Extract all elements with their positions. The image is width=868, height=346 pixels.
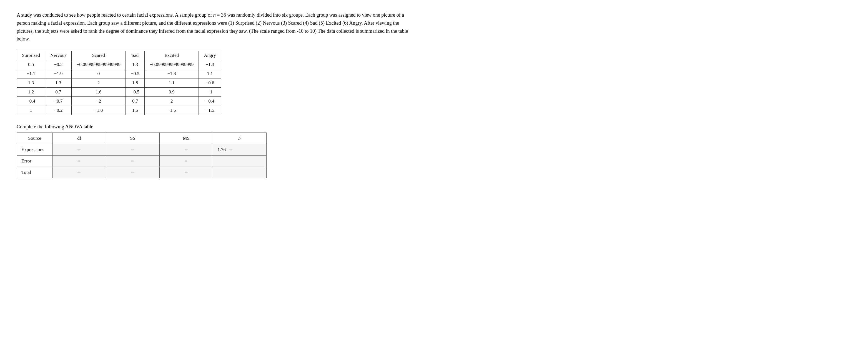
col-header-angry: Angry <box>199 51 221 60</box>
pencil-icon: ✏︎ <box>131 159 134 163</box>
table-cell: 0.7 <box>45 88 72 97</box>
pencil-icon: ✏︎ <box>78 159 81 163</box>
table-cell: −2 <box>71 97 125 106</box>
anova-row: Error✏︎✏︎✏︎ <box>17 155 267 167</box>
anova-header-source: Source <box>17 133 53 144</box>
table-cell: −0.2 <box>45 60 72 69</box>
table-cell: 0.5 <box>17 60 45 69</box>
anova-ss-cell[interactable]: ✏︎ <box>106 155 160 167</box>
table-row: 1−0.2−1.81.5−1.5−1.5 <box>17 106 221 115</box>
table-cell: −1 <box>199 88 221 97</box>
table-row: 1.31.321.81.1−0.6 <box>17 78 221 88</box>
table-cell: −1.8 <box>145 69 198 78</box>
pencil-icon: ✏︎ <box>185 171 188 175</box>
table-cell: 0.9 <box>145 88 198 97</box>
pencil-icon: ✏︎ <box>78 148 81 152</box>
anova-df-cell[interactable]: ✏︎ <box>53 167 106 178</box>
table-cell: −1.3 <box>199 60 221 69</box>
anova-source-cell: Error <box>17 155 53 167</box>
table-cell: −0.5 <box>126 88 145 97</box>
table-cell: 1.5 <box>126 106 145 115</box>
table-cell: −0.2 <box>45 106 72 115</box>
table-row: 1.20.71.6−0.50.9−1 <box>17 88 221 97</box>
table-cell: 1.8 <box>126 78 145 88</box>
table-cell: 1.1 <box>199 69 221 78</box>
anova-ms-cell[interactable]: ✏︎ <box>159 144 213 155</box>
anova-header-ss: SS <box>106 133 160 144</box>
anova-row: Expressions✏︎✏︎✏︎1.76 ✏︎ <box>17 144 267 155</box>
pencil-icon: ✏︎ <box>185 159 188 163</box>
table-row: −0.4−0.7−20.72−0.4 <box>17 97 221 106</box>
anova-f-cell[interactable]: 1.76 ✏︎ <box>213 144 267 155</box>
pencil-icon: ✏︎ <box>78 171 81 175</box>
anova-ss-cell[interactable]: ✏︎ <box>106 144 160 155</box>
table-cell: 2 <box>145 97 198 106</box>
table-cell: −0.5 <box>126 69 145 78</box>
anova-section-label: Complete the following ANOVA table <box>17 124 416 130</box>
anova-header-df: df <box>53 133 106 144</box>
table-cell: −0.6 <box>199 78 221 88</box>
pencil-icon: ✏︎ <box>185 148 188 152</box>
table-cell: −0.0999999999999999 <box>145 60 198 69</box>
table-cell: 2 <box>71 78 125 88</box>
table-cell: 1.1 <box>145 78 198 88</box>
data-table: Surprised Nervous Scared Sad Excited Ang… <box>17 51 221 115</box>
intro-paragraph: A study was conducted to see how people … <box>17 11 416 43</box>
anova-ms-cell[interactable]: ✏︎ <box>159 167 213 178</box>
table-row: 0.5−0.2−0.09999999999999991.3−0.09999999… <box>17 60 221 69</box>
anova-f-cell[interactable] <box>213 155 267 167</box>
anova-source-cell: Total <box>17 167 53 178</box>
table-cell: −1.5 <box>199 106 221 115</box>
anova-table: Source df SS MS F Expressions✏︎✏︎✏︎1.76 … <box>17 133 267 178</box>
pencil-icon: ✏︎ <box>131 148 134 152</box>
anova-ss-cell[interactable]: ✏︎ <box>106 167 160 178</box>
col-header-nervous: Nervous <box>45 51 72 60</box>
anova-source-cell: Expressions <box>17 144 53 155</box>
table-cell: −0.0999999999999999 <box>71 60 125 69</box>
anova-f-cell[interactable] <box>213 167 267 178</box>
table-cell: −1.8 <box>71 106 125 115</box>
anova-header-ms: MS <box>159 133 213 144</box>
table-cell: 0.7 <box>126 97 145 106</box>
table-cell: 1.3 <box>126 60 145 69</box>
table-cell: 1.2 <box>17 88 45 97</box>
table-cell: 0 <box>71 69 125 78</box>
pencil-icon: ✏︎ <box>131 171 134 175</box>
table-cell: −1.5 <box>145 106 198 115</box>
table-cell: −1.1 <box>17 69 45 78</box>
table-cell: −0.4 <box>199 97 221 106</box>
table-cell: 1.3 <box>17 78 45 88</box>
anova-df-cell[interactable]: ✏︎ <box>53 144 106 155</box>
anova-ms-cell[interactable]: ✏︎ <box>159 155 213 167</box>
table-cell: −1.9 <box>45 69 72 78</box>
table-cell: −0.4 <box>17 97 45 106</box>
col-header-excited: Excited <box>145 51 198 60</box>
table-cell: 1 <box>17 106 45 115</box>
anova-row: Total✏︎✏︎✏︎ <box>17 167 267 178</box>
table-cell: 1.6 <box>71 88 125 97</box>
col-header-scared: Scared <box>71 51 125 60</box>
table-cell: 1.3 <box>45 78 72 88</box>
anova-df-cell[interactable]: ✏︎ <box>53 155 106 167</box>
table-row: −1.1−1.90−0.5−1.81.1 <box>17 69 221 78</box>
col-header-surprised: Surprised <box>17 51 45 60</box>
pencil-icon: ✏︎ <box>229 148 233 152</box>
table-cell: −0.7 <box>45 97 72 106</box>
col-header-sad: Sad <box>126 51 145 60</box>
f-value: 1.76 <box>217 147 226 152</box>
anova-header-f: F <box>213 133 267 144</box>
